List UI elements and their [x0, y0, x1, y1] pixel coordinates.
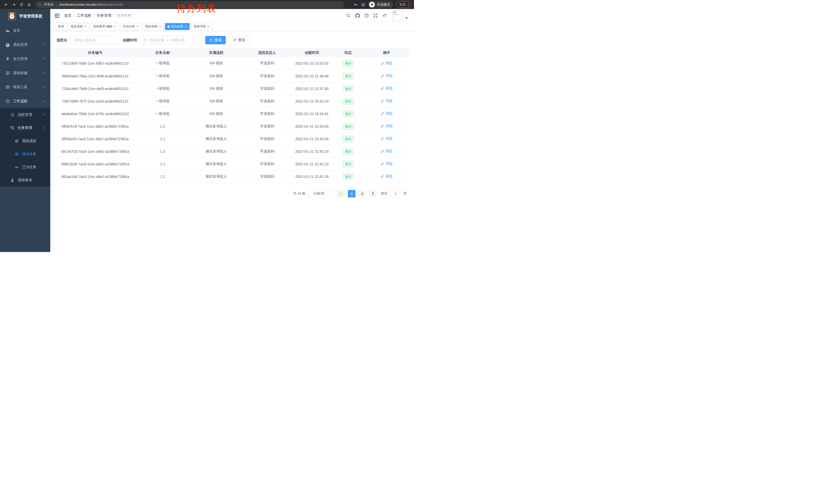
yen-icon: ¥	[6, 57, 10, 61]
sidebar-item-system[interactable]: 系统管理	[0, 38, 50, 52]
breadcrumb-home[interactable]: 首页	[64, 13, 71, 18]
url-path: /bpm/task/todo	[101, 3, 123, 6]
avatar-caret-icon[interactable]	[405, 17, 408, 19]
tab-start-process[interactable]: 发起流程×	[68, 23, 89, 30]
tasks-table: 任务编号 任务名称 所属流程 流程发起人 创建时间 状态 操作	[55, 48, 409, 183]
help-icon[interactable]	[364, 13, 369, 18]
bookmark-star-icon[interactable]	[361, 3, 365, 7]
fullscreen-icon[interactable]	[373, 13, 378, 18]
process-name-input[interactable]: 请输入流程名	[71, 36, 118, 44]
tab-todo-tasks[interactable]: 待办任务×	[165, 23, 190, 30]
avatar[interactable]	[392, 10, 403, 21]
address-bar[interactable]: ⚠ 不安全 | dashboard.yudao.iocoder.cn/bpm/t…	[35, 1, 344, 8]
page-size-select[interactable]: 10条/页	[308, 190, 334, 197]
status-badge: 激活	[342, 73, 354, 80]
prev-page-button[interactable]	[337, 190, 345, 197]
browser-menu-icon[interactable]	[408, 3, 409, 6]
breadcrumb-workflow[interactable]: 工作流程	[77, 13, 91, 18]
goto-page-input[interactable]	[389, 190, 402, 197]
approve-label: 审批	[385, 149, 393, 153]
task-created: 2022-01-22 21:48:48	[292, 70, 332, 82]
task-name: 1.2	[135, 120, 190, 133]
page-button-2[interactable]: 2	[358, 190, 366, 197]
date-range-picker[interactable]: 开始日期 - 结束日期	[140, 36, 202, 44]
sidebar-collapse-icon[interactable]	[54, 13, 60, 18]
table-row: 73211d9d-7b9b-11ec-b5b7-acde48001122一级审批…	[55, 57, 409, 70]
sidebar-item-home[interactable]: 首页	[0, 24, 50, 38]
back-icon[interactable]	[3, 1, 10, 8]
col-status: 状态	[332, 48, 364, 57]
url-text[interactable]: dashboard.yudao.iocoder.cn/bpm/task/todo	[59, 3, 123, 6]
page-button-1[interactable]: 1	[348, 190, 356, 197]
browser-update-button[interactable]: 更新	[396, 1, 411, 8]
sidebar-item-my-process[interactable]: 我的流程	[0, 134, 50, 147]
approve-button[interactable]: 审批	[381, 99, 393, 103]
task-name: 1.2	[135, 170, 190, 183]
logo-rabbit-icon	[8, 12, 16, 20]
approve-button[interactable]: 审批	[381, 174, 393, 179]
search-button[interactable]: 搜索	[205, 36, 226, 44]
close-icon[interactable]: ×	[184, 25, 187, 28]
chevron-right-icon	[371, 192, 374, 195]
next-page-button[interactable]	[369, 190, 377, 197]
approve-button[interactable]: 审批	[381, 149, 393, 153]
approve-button[interactable]: 审批	[381, 86, 393, 91]
sidebar-item-leave-query[interactable]: 请假查询	[0, 174, 50, 187]
approve-button[interactable]: 审批	[381, 136, 393, 141]
tab-process-detail[interactable]: 流程详情×	[191, 23, 212, 30]
task-initiator: 芋道源码	[242, 82, 292, 95]
close-icon[interactable]: ×	[159, 25, 161, 28]
tab-label: 已办任务	[123, 25, 135, 29]
tab-label: 发起流程	[71, 25, 83, 29]
task-created: 2022-01-22 18:25:41	[292, 107, 332, 120]
task-initiator: 芋道源码	[242, 57, 292, 70]
task-created: 2022-01-22 20:33:10	[292, 95, 332, 107]
table-row: 725a1eb6-7b88-11ec-8ef0-acde48001122一级审批…	[55, 82, 409, 95]
app-title: 芋道管理系统	[19, 14, 42, 19]
close-icon[interactable]: ×	[136, 25, 139, 28]
breadcrumb: 首页 / 工作流程 / 任务管理 / 待办任务	[64, 13, 131, 18]
close-icon[interactable]: ×	[84, 25, 87, 28]
approve-button[interactable]: 审批	[381, 162, 393, 166]
search-icon[interactable]	[346, 13, 351, 18]
incognito-icon	[369, 2, 375, 7]
tab-my-process[interactable]: 我的流程×	[142, 23, 164, 30]
github-icon[interactable]	[355, 13, 360, 18]
sidebar-item-devtools[interactable]: 研发工具	[0, 80, 50, 94]
task-process: 测试多审批人	[190, 158, 242, 170]
tab-home[interactable]: 首页	[55, 23, 67, 30]
tab-form-edit[interactable]: 流程表单-编辑×	[90, 23, 119, 30]
reset-button[interactable]: 重置	[229, 36, 250, 44]
sidebar-item-label: 待办任务	[22, 152, 36, 156]
reload-icon[interactable]	[18, 1, 25, 8]
close-icon[interactable]: ×	[114, 25, 117, 28]
sidebar-item-process-mgmt[interactable]: 流程管理	[0, 108, 50, 121]
close-icon[interactable]: ×	[207, 25, 210, 28]
task-initiator: 芋道源码	[242, 70, 292, 82]
approve-button[interactable]: 审批	[381, 61, 393, 65]
forward-icon[interactable]	[10, 1, 17, 8]
sidebar-item-done-tasks[interactable]: 已办任务	[0, 161, 50, 174]
sidebar-item-todo-tasks[interactable]: 待办任务	[0, 147, 50, 161]
home-icon[interactable]	[26, 1, 33, 8]
approve-button[interactable]: 审批	[381, 124, 393, 129]
url-domain: dashboard.yudao.iocoder.cn	[59, 3, 101, 6]
task-created: 2022-01-21 22:43:55	[292, 133, 332, 145]
approve-button[interactable]: 审批	[381, 111, 393, 116]
status-badge: 激活	[342, 110, 354, 117]
tab-label: 流程表单-编辑	[93, 25, 113, 29]
sidebar-item-task-mgmt[interactable]: 任务管理	[0, 121, 50, 134]
sidebar-item-workflow[interactable]: 工作流程	[0, 94, 50, 108]
sidebar-item-payment[interactable]: ¥ 支付管理	[0, 52, 50, 66]
font-size-icon[interactable]	[382, 13, 387, 18]
approve-button[interactable]: 审批	[381, 74, 393, 78]
tab-done-tasks[interactable]: 已办任务×	[120, 23, 141, 30]
breadcrumb-task-mgmt[interactable]: 任务管理	[97, 13, 111, 18]
app-logo[interactable]: 芋道管理系统	[0, 9, 50, 24]
input-placeholder: 请输入流程名	[74, 38, 96, 43]
tab-label: 首页	[58, 25, 64, 29]
sidebar-item-infra[interactable]: 基础设施	[0, 66, 50, 80]
task-id: 069c6a63-7b8a-11ec-8ef0-acde48001122	[55, 70, 135, 82]
task-process: OA 请假	[190, 70, 242, 82]
password-key-icon[interactable]	[354, 3, 358, 7]
